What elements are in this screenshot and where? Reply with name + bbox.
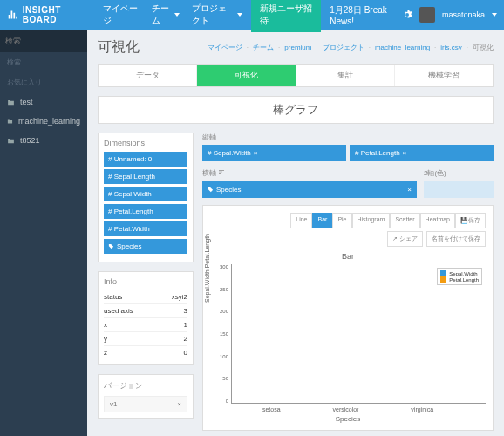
crumb[interactable]: チーム xyxy=(253,43,274,52)
crumb[interactable]: iris.csv xyxy=(440,44,461,51)
crumb[interactable]: プロジェクト xyxy=(323,43,364,52)
logo[interactable]: INSIGHT BOARD xyxy=(7,5,87,24)
version-panel: バージョン v1× xyxy=(98,374,194,419)
close-icon[interactable]: × xyxy=(403,149,407,157)
crumb[interactable]: マイページ xyxy=(208,43,242,52)
axis-y-label: 縦軸 xyxy=(202,133,494,142)
plot-type-controls: Line Bar Pie Histogram Scatter Heatmap 💾… xyxy=(210,213,486,228)
plot-type-heatmap[interactable]: Heatmap xyxy=(420,213,455,228)
plot-type-hist[interactable]: Histogram xyxy=(352,213,391,228)
crumb[interactable]: machine_learning xyxy=(375,44,430,51)
logo-icon xyxy=(7,8,19,22)
view-tabs: データ 可視化 集計 機械学習 xyxy=(98,64,494,87)
chevron-down-icon xyxy=(237,13,242,17)
tab-visualize[interactable]: 可視化 xyxy=(197,65,296,86)
plot-type-scatter[interactable]: Scatter xyxy=(390,213,419,228)
sidebar-item-t8521[interactable]: t8521 xyxy=(0,131,87,150)
close-icon[interactable]: × xyxy=(177,400,181,408)
dimensions-title: Dimensions xyxy=(104,139,187,147)
side-section-fav: お気に入り xyxy=(0,72,87,92)
avatar[interactable] xyxy=(419,7,435,23)
plot-type-line[interactable]: Line xyxy=(290,213,312,228)
crumb-current: 可視化 xyxy=(473,43,494,52)
plot-type-pie[interactable]: Pie xyxy=(332,213,351,228)
plot-type-bar[interactable]: Bar xyxy=(312,213,332,228)
nav-mypage[interactable]: マイページ xyxy=(103,3,140,27)
sidebar-item-ml[interactable]: machine_learning xyxy=(0,112,87,131)
x-axis-label: Species xyxy=(210,415,486,423)
axis-y-pill[interactable]: # Sepal.Width× xyxy=(202,145,346,161)
close-icon[interactable]: × xyxy=(407,186,412,194)
side-section-search: 検索 xyxy=(0,52,87,72)
save-as-button[interactable]: 名前を付けて保存 xyxy=(426,231,486,247)
info-row: z0 xyxy=(104,346,187,359)
info-row: statusxsyi2 xyxy=(104,290,187,304)
share-button[interactable]: ↗シェア xyxy=(387,231,423,247)
username[interactable]: masatonaka xyxy=(442,10,485,19)
dim-item[interactable]: # Petal.Width xyxy=(104,221,187,236)
info-row: y2 xyxy=(104,332,187,346)
save-button[interactable]: 💾保存 xyxy=(455,213,486,228)
gear-icon[interactable] xyxy=(402,10,412,20)
nav-project[interactable]: プロジェクト xyxy=(192,3,242,27)
y-axis-ticks: 300250200150100500 xyxy=(210,264,231,404)
info-panel: Info statusxsyi2 used axis3 x1 y2 z0 xyxy=(98,271,194,365)
dim-item[interactable]: # Sepal.Length xyxy=(104,169,187,184)
axis-x-drop[interactable]: Species× xyxy=(202,181,417,198)
dimensions-panel: Dimensions # Unnamed: 0 # Sepal.Length #… xyxy=(98,133,194,262)
dim-item[interactable]: Species xyxy=(104,239,187,254)
plot-panel: Line Bar Pie Histogram Scatter Heatmap 💾… xyxy=(202,205,494,431)
axis-y-pill[interactable]: # Petal.Length× xyxy=(350,145,494,161)
legend: Sepal.Width Petal.Length xyxy=(437,268,482,285)
info-row: used axis3 xyxy=(104,304,187,318)
page-title: 可視化 xyxy=(98,38,140,57)
search-box[interactable] xyxy=(0,30,87,52)
tag-icon xyxy=(208,187,214,193)
axis-z-label: 2軸(色) xyxy=(424,168,494,178)
break-news[interactable]: 1月28日 Break News! xyxy=(330,4,402,26)
sidebar-item-test[interactable]: test xyxy=(0,92,87,112)
version-title: バージョン xyxy=(104,380,187,392)
info-row: x1 xyxy=(104,318,187,332)
tag-icon xyxy=(108,243,114,249)
sort-icon[interactable] xyxy=(218,168,225,175)
dim-item[interactable]: # Sepal.Width xyxy=(104,187,187,201)
folder-icon xyxy=(7,99,15,106)
chart-heading: 棒グラフ xyxy=(98,96,494,124)
topbar: INSIGHT BOARD マイページ チーム プロジェクト 新規ユーザ招待 1… xyxy=(0,0,504,30)
invite-button[interactable]: 新規ユーザ招待 xyxy=(251,0,321,32)
axis-x-label: 横軸 xyxy=(202,168,417,178)
breadcrumb: マイページ· チーム· premium· プロジェクト· machine_lea… xyxy=(208,43,494,52)
version-row[interactable]: v1× xyxy=(104,396,187,412)
y-axis-label: Sepal.Width,Petal.Length xyxy=(204,234,210,303)
bar-chart: Sepal.Width,Petal.Length 300250200150100… xyxy=(210,264,486,404)
sidebar: 検索 お気に入り test machine_learning t8521 xyxy=(0,30,87,436)
chevron-down-icon xyxy=(174,13,180,17)
topbar-right: masatonaka xyxy=(402,7,497,23)
tab-ml[interactable]: 機械学習 xyxy=(395,65,493,86)
folder-icon xyxy=(7,118,13,126)
nav-team[interactable]: チーム xyxy=(152,3,180,27)
main: 可視化 マイページ· チーム· premium· プロジェクト· machine… xyxy=(87,30,504,436)
dim-item[interactable]: # Petal.Length xyxy=(104,204,187,219)
close-icon[interactable]: × xyxy=(254,149,258,157)
folder-icon xyxy=(7,137,15,145)
topnav: マイページ チーム プロジェクト xyxy=(103,3,242,27)
x-axis-ticks: setosaversicolorvirginica xyxy=(210,406,486,412)
tab-data[interactable]: データ xyxy=(99,65,197,86)
axis-z-drop[interactable] xyxy=(424,181,494,198)
dim-item[interactable]: # Unnamed: 0 xyxy=(104,152,187,167)
brand-text: INSIGHT BOARD xyxy=(23,5,87,24)
chevron-down-icon xyxy=(492,13,497,17)
info-title: Info xyxy=(104,277,187,286)
plot-title: Bar xyxy=(210,252,486,261)
tab-aggregate[interactable]: 集計 xyxy=(296,65,395,86)
crumb[interactable]: premium xyxy=(284,44,311,51)
